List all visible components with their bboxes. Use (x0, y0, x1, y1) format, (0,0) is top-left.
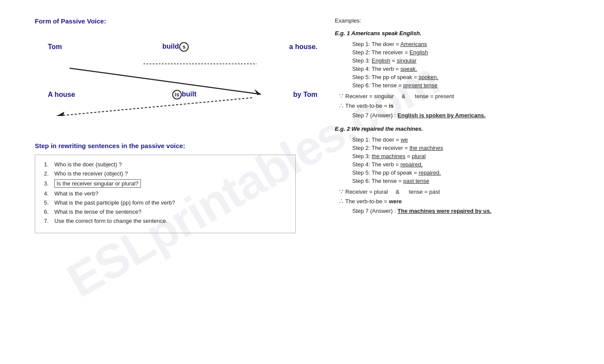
step-7: Use the correct form to change the sente… (44, 218, 287, 224)
example2-steps: Step 1: The doer = we Step 2: The receiv… (352, 136, 578, 184)
example2-receiver: the machines (410, 145, 443, 151)
diagram-word-tom: Tom (48, 43, 62, 51)
example1-answer: Step 7 (Answer) : English is spoken by A… (352, 112, 578, 119)
because-symbol-1: ∵ (339, 92, 344, 100)
example2-step5: Step 5: The pp of speak = repaired. (352, 169, 578, 176)
example2-step4: Step 4: The verb = repaired. (352, 161, 578, 168)
diagram-word-isbuilt: isbuilt (172, 90, 197, 99)
example1-doer: Americans (400, 41, 427, 47)
example1-step6: Step 6: The tense = present tense (352, 82, 578, 89)
diagram-word-bytom: by Tom (293, 91, 317, 99)
example1-step1: Step 1: The doer = Americans (352, 41, 578, 47)
step-5: What is the past participle (pp) form of… (44, 199, 287, 206)
step-3: Is the receiver singular or plural? (44, 179, 287, 188)
example1-singular: singular (397, 57, 417, 64)
steps-box: Who is the doer (subject) ? Who is the r… (35, 155, 296, 233)
example1-steps: Step 1: The doer = Americans Step 2: The… (352, 41, 578, 89)
because-symbol-2: ∵ (339, 188, 344, 195)
diagram-word-ahouse: A house (48, 91, 75, 99)
example1-pp: spoken. (419, 74, 439, 80)
example2-step6: Step 6: The tense = past tense (352, 178, 578, 184)
example2-doer: we (400, 136, 408, 143)
example2-therefore1-text: Receiver = plural & tense = past (345, 189, 440, 195)
circle-s: s (179, 42, 189, 52)
therefore-symbol-1: ∴ (339, 102, 344, 109)
example1-vtb-value: is (389, 103, 394, 109)
example2-pp: repaired. (419, 169, 441, 176)
example1-therefore1: ∵ Receiver = singular & tense = present (339, 92, 578, 100)
example2-step1: Step 1: The doer = we (352, 136, 578, 143)
example1-therefore-block: ∵ Receiver = singular & tense = present … (339, 92, 578, 109)
right-panel: Examples: E.g. 1 Americans speak English… (322, 17, 578, 233)
diagram-word-builds: builds (162, 42, 189, 52)
steps-list: Who is the doer (subject) ? Who is the r… (44, 161, 287, 224)
example1-therefore1-text: Receiver = singular & tense = present (345, 93, 454, 99)
example2-tense: past tense (403, 178, 429, 184)
example2-therefore1: ∵ Receiver = plural & tense = past (339, 188, 578, 195)
diagram-bottom-row: A house isbuilt by Tom (43, 90, 322, 99)
example2-verb: repaired. (400, 161, 423, 168)
example1-tense: present tense (403, 82, 437, 89)
example1-receiver: English (410, 49, 428, 56)
example2-heading: E.g. 2 We repaired the machines. (335, 126, 578, 132)
example2-therefore-block: ∵ Receiver = plural & tense = past ∴ The… (339, 188, 578, 205)
step-6: What is the tense of the sentence? (44, 208, 287, 215)
example1-vtb-label: The verb-to-be = (345, 103, 387, 109)
circle-is: is (172, 90, 182, 99)
left-section-title: Form of Passive Voice: (35, 17, 322, 25)
page-container: ESLprintables.com Form of Passive Voice:… (0, 0, 604, 251)
step-2: Who is the receiver (object) ? (44, 170, 287, 177)
step-1: Who is the doer (subject) ? (44, 161, 287, 168)
step-4: What is the verb? (44, 190, 287, 197)
example2: E.g. 2 We repaired the machines. Step 1:… (335, 126, 578, 214)
example1-receiver2: English (372, 57, 390, 64)
example2-step3: Step 3: the machines = plural (352, 153, 578, 159)
example1-heading: E.g. 1 Americans speak English. (335, 30, 578, 36)
left-panel: Form of Passive Voice: Tom builds a hous… (35, 17, 322, 233)
diagram-arrows-svg (43, 51, 304, 116)
example2-step2: Step 2: The receiver = the machines (352, 145, 578, 151)
example1-step5: Step 5: The pp of speak = spoken. (352, 74, 578, 80)
svg-marker-3 (57, 112, 64, 116)
diagram-word-house-active: a house. (289, 43, 317, 51)
therefore-symbol-2: ∴ (339, 197, 344, 205)
example2-vtb-value: were (389, 198, 402, 205)
example1-step2: Step 2: The receiver = English (352, 49, 578, 56)
svg-line-2 (57, 98, 252, 116)
step-3-text: Is the receiver singular or plural? (54, 179, 141, 188)
example1-step4: Step 4: The verb = speak. (352, 66, 578, 72)
example1-step3: Step 3: English = singular (352, 57, 578, 64)
example2-plural: plural (412, 153, 426, 159)
example1-answer-text: English is spoken by Americans. (397, 112, 486, 119)
diagram-top-row: Tom builds a house. (43, 42, 322, 52)
example2-answer-text: The machines were repaired by us. (397, 208, 491, 214)
example1-therefore2: ∴ The verb-to-be = is (339, 102, 578, 109)
passive-voice-diagram: Tom builds a house. A house isbuilt (43, 38, 322, 125)
example2-answer: Step 7 (Answer) : The machines were repa… (352, 208, 578, 214)
example2-receiver2: the machines (372, 153, 405, 159)
examples-title: Examples: (335, 17, 578, 24)
steps-section-title: Step in rewriting sentences in the passi… (35, 142, 322, 149)
example1: E.g. 1 Americans speak English. Step 1: … (335, 30, 578, 119)
example2-vtb-label: The verb-to-be = (345, 198, 387, 205)
example2-therefore2: ∴ The verb-to-be = were (339, 197, 578, 205)
example1-verb: speak. (400, 66, 417, 72)
